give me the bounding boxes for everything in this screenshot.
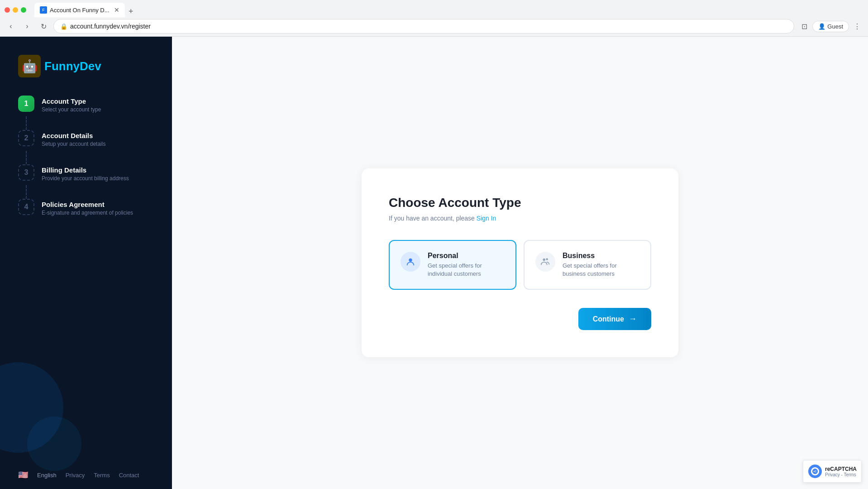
business-account-info: Business Get special offers for business…: [563, 252, 639, 278]
mascot-icon: 🤖: [18, 55, 41, 77]
step-number-3: 3: [18, 164, 34, 181]
step-title-4: Policies Agreement: [42, 201, 133, 208]
address-bar[interactable]: 🔒 account.funnydev.vn/register: [53, 19, 794, 34]
minimize-window-dot[interactable]: [13, 7, 18, 13]
page-subtitle: If you have an account, please Sign In: [389, 215, 651, 222]
step-subtitle-1: Select your account type: [42, 106, 101, 113]
logo-text-part1: Funny: [44, 59, 80, 73]
step-connector-3-4: [26, 185, 27, 199]
svg-point-1: [543, 258, 546, 261]
browser-chrome: F Account On Funny D... ✕ + ‹ › ↻ 🔒 acco…: [0, 0, 868, 37]
step-subtitle-4: E-signature and agreement of policies: [42, 210, 133, 216]
browser-titlebar: F Account On Funny D... ✕ +: [0, 0, 868, 16]
lock-icon: 🔒: [60, 23, 67, 30]
business-account-desc: Get special offers for business customer…: [563, 262, 639, 278]
step-connector-1-2: [26, 116, 27, 130]
url-text: account.funnydev.vn/register: [70, 23, 787, 30]
step-title-1: Account Type: [42, 97, 101, 105]
recaptcha-badge: rC reCAPTCHA Privacy - Terms: [803, 460, 862, 483]
continue-button[interactable]: Continue →: [578, 308, 651, 330]
step-content-3: Billing Details Provide your account bil…: [42, 164, 129, 185]
bookmarks-button[interactable]: ⊡: [798, 20, 811, 33]
sidebar-steps: 1 Account Type Select your account type …: [0, 86, 172, 461]
continue-label: Continue: [593, 315, 624, 323]
logo-mascot: 🤖: [18, 55, 41, 77]
logo-text: FunnyDev: [44, 59, 101, 73]
close-window-dot[interactable]: [5, 7, 10, 13]
logo-text-part2: Dev: [80, 59, 101, 73]
personal-account-type-card[interactable]: Personal Get special offers for individu…: [389, 240, 516, 290]
step-content-2: Account Details Setup your account detai…: [42, 130, 105, 151]
language-flag-icon: 🇺🇸: [18, 470, 28, 480]
browser-toolbar: ‹ › ↻ 🔒 account.funnydev.vn/register ⊡ 👤…: [0, 16, 868, 36]
back-button[interactable]: ‹: [5, 20, 17, 33]
new-tab-button[interactable]: +: [126, 6, 136, 17]
sidebar: 🤖 FunnyDev 1 Account Type Select your ac…: [0, 37, 172, 489]
browser-controls: [5, 7, 26, 13]
arrow-right-icon: →: [629, 314, 637, 324]
contact-link[interactable]: Contact: [119, 472, 139, 479]
active-tab[interactable]: F Account On Funny D... ✕: [34, 3, 125, 17]
step-item-2: 2 Account Details Setup your account det…: [18, 130, 154, 151]
recaptcha-logo-icon: rC: [808, 464, 822, 479]
step-content-1: Account Type Select your account type: [42, 96, 101, 116]
personal-account-info: Personal Get special offers for individu…: [428, 252, 505, 278]
step-item-1: 1 Account Type Select your account type: [18, 96, 154, 116]
step-title-3: Billing Details: [42, 166, 129, 174]
personal-account-desc: Get special offers for individual custom…: [428, 262, 505, 278]
business-account-name: Business: [563, 252, 639, 260]
maximize-window-dot[interactable]: [21, 7, 26, 13]
button-row: Continue →: [389, 308, 651, 330]
tab-close-icon[interactable]: ✕: [114, 7, 119, 13]
recaptcha-text2: Privacy - Terms: [825, 472, 857, 477]
step-connector-2-3: [26, 151, 27, 164]
account-type-options: Personal Get special offers for individu…: [389, 240, 651, 290]
step-item-3: 3 Billing Details Provide your account b…: [18, 164, 154, 185]
business-icon: [535, 252, 555, 272]
personal-icon: [401, 252, 420, 272]
browser-actions: ⊡ 👤 Guest ⋮: [798, 20, 863, 33]
profile-icon: 👤: [818, 23, 825, 30]
refresh-button[interactable]: ↻: [37, 20, 50, 33]
step-subtitle-2: Setup your account details: [42, 141, 105, 147]
app-layout: 🤖 FunnyDev 1 Account Type Select your ac…: [0, 37, 868, 489]
svg-point-0: [409, 258, 412, 261]
logo-container: 🤖 FunnyDev: [18, 55, 154, 77]
language-label[interactable]: English: [37, 472, 57, 479]
svg-text:rC: rC: [814, 470, 817, 473]
sidebar-logo: 🤖 FunnyDev: [0, 37, 172, 86]
step-number-4: 4: [18, 199, 34, 215]
recaptcha-text1: reCAPTCHA: [825, 466, 857, 472]
step-number-1: 1: [18, 96, 34, 112]
step-item-4: 4 Policies Agreement E-signature and agr…: [18, 199, 154, 220]
subtitle-prefix-text: If you have an account, please: [389, 215, 475, 222]
content-card: Choose Account Type If you have an accou…: [362, 168, 678, 357]
personal-account-name: Personal: [428, 252, 505, 260]
profile-label: Guest: [827, 23, 843, 30]
browser-tabs: F Account On Funny D... ✕ +: [34, 3, 136, 17]
step-content-4: Policies Agreement E-signature and agree…: [42, 199, 133, 220]
main-content: Choose Account Type If you have an accou…: [172, 37, 868, 489]
tab-favicon: F: [40, 6, 47, 14]
more-options-button[interactable]: ⋮: [851, 20, 863, 33]
step-number-2: 2: [18, 130, 34, 146]
forward-button[interactable]: ›: [21, 20, 33, 33]
business-account-type-card[interactable]: Business Get special offers for business…: [524, 240, 651, 290]
terms-link[interactable]: Terms: [94, 472, 110, 479]
step-subtitle-3: Provide your account billing address: [42, 175, 129, 182]
step-title-2: Account Details: [42, 132, 105, 139]
tab-title: Account On Funny D...: [50, 7, 111, 14]
profile-button[interactable]: 👤 Guest: [812, 21, 849, 32]
privacy-link[interactable]: Privacy: [66, 472, 85, 479]
svg-point-2: [546, 258, 548, 260]
page-title: Choose Account Type: [389, 196, 651, 210]
sign-in-link[interactable]: Sign In: [477, 215, 496, 222]
sidebar-footer: 🇺🇸 English Privacy Terms Contact: [0, 461, 172, 489]
